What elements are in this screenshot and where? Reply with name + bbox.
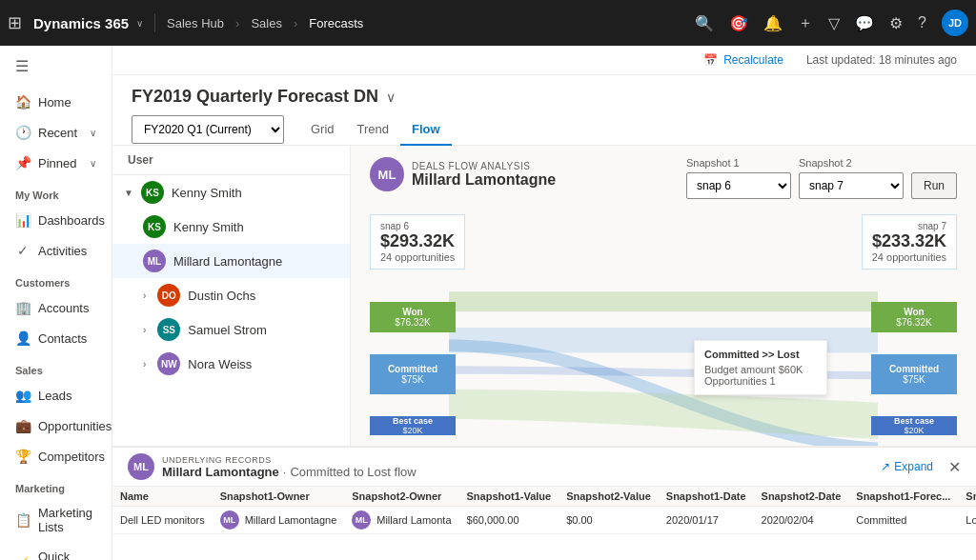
- sidebar-item-quick-campaigns[interactable]: ⚡ Quick Campaigns: [0, 542, 112, 560]
- user-avatar[interactable]: JD: [942, 10, 968, 36]
- expand-button[interactable]: ↗ Expand: [881, 460, 933, 473]
- snapshot1-select[interactable]: snap 6 snap 1 snap 2 snap 3 snap 4 snap …: [686, 172, 791, 199]
- target-icon[interactable]: 🎯: [729, 14, 748, 32]
- avatar-ss: SS: [157, 318, 180, 341]
- accounts-icon: 🏢: [15, 300, 30, 315]
- recent-chevron: ∨: [90, 128, 96, 138]
- user-name-ml: Millard Lamontagne: [173, 254, 282, 269]
- bar-won-right-label: Won: [904, 307, 924, 317]
- run-button[interactable]: Run: [911, 172, 957, 199]
- help-icon[interactable]: ?: [918, 14, 926, 31]
- competitors-icon: 🏆: [15, 449, 30, 464]
- activities-icon: ✓: [15, 243, 30, 258]
- app-chevron[interactable]: ∨: [136, 18, 143, 29]
- user-row[interactable]: › NW Nora Weiss: [112, 347, 350, 381]
- forecast-header: FY2019 Quarterly Forecast DN ∨: [112, 75, 976, 107]
- sidebar-item-recent[interactable]: 🕐 Recent ∨: [0, 117, 112, 148]
- cell-snap1-forec: Committed: [848, 507, 958, 534]
- user-name-nw: Nora Weiss: [188, 357, 252, 371]
- snapshot2-group: Snapshot 2 snap 7 snap 1 snap 2 snap 3 s…: [799, 157, 904, 199]
- bar-committed-right-label: Committed: [889, 364, 939, 374]
- forecast-title: FY2019 Quarterly Forecast DN: [132, 87, 378, 107]
- filter-icon[interactable]: ▽: [828, 14, 840, 32]
- user-row[interactable]: › DO Dustin Ochs: [112, 278, 350, 312]
- sidebar-item-contacts[interactable]: 👤 Contacts: [0, 323, 112, 353]
- sidebar-home-label: Home: [38, 95, 71, 110]
- nav-sales[interactable]: Sales: [251, 16, 282, 30]
- close-button[interactable]: ✕: [948, 458, 961, 476]
- underlying-label: UNDERLYING RECORDS: [162, 455, 417, 465]
- sidebar-pinned-label: Pinned: [38, 156, 76, 170]
- bar-won-left-value: $76.32K: [395, 317, 430, 328]
- sidebar-item-dashboards[interactable]: 📊 Dashboards: [0, 205, 112, 235]
- bar-committed-right-value: $75K: [903, 374, 925, 385]
- sidebar-item-accounts[interactable]: 🏢 Accounts: [0, 292, 112, 323]
- deals-name: Millard Lamontagne: [412, 171, 556, 189]
- main-layout: ☰ 🏠 Home 🕐 Recent ∨ 📌 Pinned ∨ My Work 📊…: [0, 46, 976, 560]
- col-snap2-forec: Snapshot2-Forecast...: [958, 487, 976, 507]
- app-name: Dynamics 365: [33, 15, 129, 31]
- underlying-subtitle: Committed to Lost flow: [290, 465, 416, 479]
- sidebar-recent-label: Recent: [38, 126, 77, 140]
- sidebar-item-opportunities[interactable]: 💼 Opportunities: [0, 410, 112, 441]
- bar-bestcase-right-label: Best case: [894, 416, 934, 426]
- qc-icon: ⚡: [15, 556, 30, 560]
- tab-trend[interactable]: Trend: [346, 114, 400, 146]
- period-select[interactable]: FY2020 Q1 (Current) FY2020 Q2 FY2020 Q3 …: [132, 115, 284, 144]
- hamburger-icon[interactable]: ☰: [0, 46, 112, 87]
- col-snap1-value: Snapshot1-Value: [459, 487, 559, 507]
- user-list-header: User: [112, 146, 350, 175]
- settings-icon[interactable]: ⚙: [889, 14, 903, 32]
- col-snap2-date: Snapshot2-Date: [754, 487, 849, 507]
- sidebar-item-leads[interactable]: 👥 Leads: [0, 380, 112, 410]
- sidebar-item-home[interactable]: 🏠 Home: [0, 87, 112, 117]
- user-row[interactable]: › SS Samuel Strom: [112, 312, 350, 347]
- sidebar-item-pinned[interactable]: 📌 Pinned ∨: [0, 148, 112, 178]
- sidebar-item-marketing-lists[interactable]: 📋 Marketing Lists: [0, 498, 112, 542]
- grid-icon[interactable]: ⊞: [8, 12, 22, 33]
- dot-sep: ·: [283, 465, 287, 479]
- underlying-table: Name Snapshot1-Owner Snapshot2-Owner Sna…: [112, 487, 976, 534]
- user-row-millard[interactable]: ML Millard Lamontagne: [112, 244, 350, 278]
- row-avatar-snap2: ML: [352, 510, 371, 530]
- bell-icon[interactable]: 🔔: [763, 14, 783, 32]
- plus-icon[interactable]: ＋: [798, 13, 813, 33]
- sidebar-item-activities[interactable]: ✓ Activities: [0, 235, 112, 266]
- bar-bestcase-right-value: $20K: [904, 426, 924, 435]
- chat-icon[interactable]: 💬: [855, 14, 874, 32]
- user-name-ss: Samuel Strom: [188, 323, 266, 337]
- tab-flow[interactable]: Flow: [400, 114, 452, 146]
- bar-won-right-value: $76.32K: [896, 317, 931, 328]
- bar-bestcase-left-value: $20K: [402, 426, 422, 435]
- snapshot1-label: Snapshot 1: [686, 157, 791, 169]
- sidebar-item-competitors[interactable]: 🏆 Competitors: [0, 441, 112, 471]
- expand-chevron-ks[interactable]: ▼: [124, 188, 133, 198]
- top-nav: ⊞ Dynamics 365 ∨ Sales Hub › Sales › For…: [0, 0, 976, 46]
- user-row[interactable]: KS Kenny Smith: [112, 210, 350, 244]
- pinned-chevron: ∨: [90, 158, 96, 169]
- bar-committed-left: Committed $75K: [370, 354, 456, 394]
- chevron-do[interactable]: ›: [143, 290, 146, 301]
- calendar-icon: 📅: [703, 53, 718, 67]
- bar-won-left: Won $76.32K: [370, 302, 456, 332]
- user-row[interactable]: ▼ KS Kenny Smith: [112, 175, 350, 210]
- tab-grid[interactable]: Grid: [299, 114, 346, 146]
- search-icon[interactable]: 🔍: [695, 14, 714, 32]
- nav-forecasts[interactable]: Forecasts: [309, 16, 363, 30]
- recalculate-button[interactable]: Recalculate: [723, 53, 783, 67]
- forecast-chevron[interactable]: ∨: [386, 90, 396, 105]
- sidebar-activities-label: Activities: [38, 244, 87, 258]
- expand-icon: ↗: [881, 460, 890, 473]
- nav-hub[interactable]: Sales Hub: [167, 16, 224, 30]
- avatar-nw: NW: [157, 352, 180, 375]
- bar-won-left-label: Won: [402, 307, 422, 317]
- snapshot-controls: Snapshot 1 snap 6 snap 1 snap 2 snap 3 s…: [686, 157, 957, 199]
- chart-area: ML DEALS FLOW ANALYSIS Millard Lamontagn…: [351, 146, 976, 446]
- bar-committed-right: Committed $75K: [871, 354, 957, 394]
- chevron-nw[interactable]: ›: [143, 359, 146, 370]
- sidebar-qc-label: Quick Campaigns: [38, 550, 101, 560]
- user-name-ks2: Kenny Smith: [173, 220, 244, 234]
- snapshot2-select[interactable]: snap 7 snap 1 snap 2 snap 3 snap 4 snap …: [799, 172, 904, 199]
- inner-layout: User ▼ KS Kenny Smith KS Kenny Smith ML …: [112, 146, 976, 446]
- chevron-ss[interactable]: ›: [143, 325, 146, 335]
